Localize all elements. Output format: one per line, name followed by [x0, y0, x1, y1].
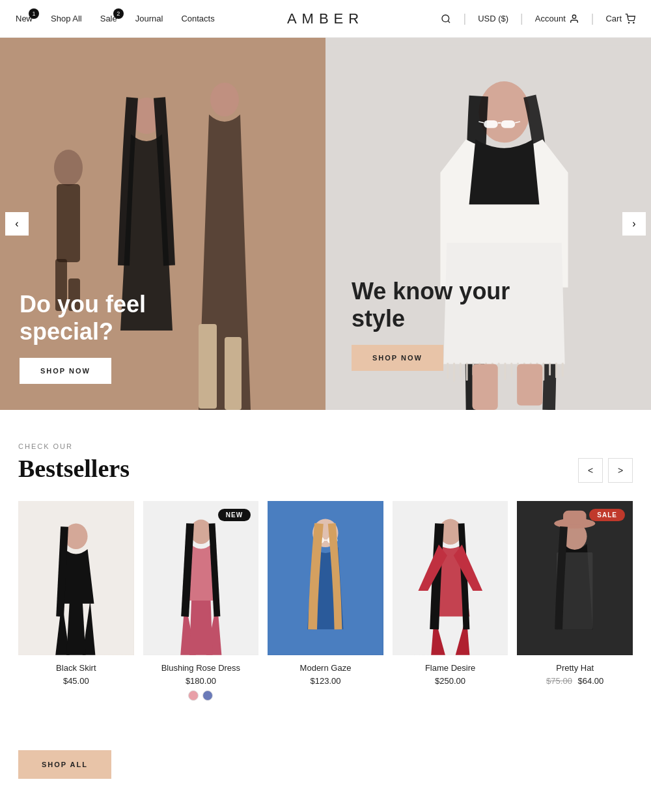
cart-button[interactable]: Cart	[605, 14, 635, 24]
product-card-5[interactable]: SALE	[517, 501, 633, 701]
separator-3: |	[591, 12, 594, 25]
product-price-sale-5: $64.00	[577, 676, 603, 686]
new-badge: 1	[29, 8, 39, 19]
hero-right-shop-button[interactable]: SHOP NOW	[352, 345, 443, 371]
product-figure-2	[143, 501, 259, 655]
swatch-blue[interactable]	[202, 690, 213, 701]
svg-rect-38	[501, 120, 516, 128]
product-price-1: $45.00	[18, 676, 134, 686]
carousel-prev-button[interactable]: <	[578, 458, 603, 483]
site-logo[interactable]: AMBER	[287, 10, 364, 27]
product-name-3: Modern Gaze	[268, 663, 383, 673]
carousel-controls: < >	[578, 458, 633, 483]
separator-1: |	[463, 12, 466, 25]
color-swatches-2	[143, 690, 259, 701]
product-image-5: SALE	[517, 501, 633, 655]
product-badge-5: SALE	[589, 509, 625, 521]
product-figure-5	[517, 501, 633, 655]
product-grid: Black Skirt $45.00 NEW	[18, 501, 633, 701]
product-image-2: NEW	[143, 501, 259, 655]
hero-right-panel: We know your style SHOP NOW	[326, 38, 651, 410]
currency-selector[interactable]: USD ($)	[478, 14, 508, 23]
product-price-3: $123.00	[268, 676, 383, 686]
header: New 1 Shop All Sale 2 Journal Contacts A…	[0, 0, 651, 38]
product-name-4: Flame Desire	[393, 663, 508, 673]
product-image-1	[18, 501, 134, 655]
hero-left-panel: Do you feel special? SHOP NOW	[0, 38, 326, 410]
hero-left-shop-button[interactable]: SHOP NOW	[20, 358, 111, 384]
product-card-3[interactable]: Modern Gaze $123.00	[268, 501, 383, 701]
svg-rect-34	[562, 362, 564, 377]
product-card-4[interactable]: Flame Desire $250.00	[393, 501, 508, 701]
section-heading: CHECK OUR Bestsellers	[18, 442, 130, 483]
product-price-5: $75.00 $64.00	[517, 676, 633, 686]
sale-badge: 2	[113, 8, 124, 19]
nav-item-journal[interactable]: Journal	[135, 14, 163, 23]
section-title: Bestsellers	[18, 454, 130, 483]
separator-2: |	[520, 12, 523, 25]
svg-point-6	[54, 150, 83, 186]
product-card-2[interactable]: NEW Blushing Rose Dress $180.00	[143, 501, 259, 701]
hero-next-button[interactable]: ›	[622, 212, 646, 236]
swatch-pink[interactable]	[188, 690, 199, 701]
svg-point-3	[628, 22, 629, 23]
nav-item-shopall[interactable]: Shop All	[51, 14, 82, 23]
user-icon	[569, 14, 579, 24]
hero-right-content: We know your style SHOP NOW	[352, 278, 521, 371]
svg-rect-37	[484, 120, 498, 128]
svg-point-2	[572, 15, 575, 18]
shop-all-wrap: SHOP ALL	[0, 750, 651, 779]
hero-right-title: We know your style	[352, 278, 521, 332]
svg-rect-36	[517, 364, 542, 405]
svg-rect-56	[563, 511, 587, 525]
search-icon	[441, 14, 451, 24]
bestsellers-section: CHECK OUR Bestsellers < >	[0, 410, 651, 727]
svg-rect-13	[225, 337, 242, 410]
svg-line-1	[449, 21, 450, 23]
nav-item-sale[interactable]: Sale 2	[100, 14, 117, 23]
product-figure-1	[18, 501, 134, 655]
account-button[interactable]: Account	[535, 14, 579, 24]
svg-point-0	[442, 15, 449, 22]
svg-rect-12	[199, 324, 217, 409]
product-price-4: $250.00	[393, 676, 508, 686]
svg-rect-32	[549, 362, 551, 375]
svg-rect-35	[472, 364, 497, 410]
svg-point-11	[210, 83, 239, 116]
hero-left-title: Do you feel special?	[20, 291, 189, 345]
product-name-5: Pretty Hat	[517, 663, 633, 673]
section-label: CHECK OUR	[18, 442, 130, 450]
svg-rect-7	[57, 184, 80, 262]
product-image-4	[393, 501, 508, 655]
svg-rect-31	[542, 362, 544, 380]
hero-section: ‹	[0, 38, 651, 410]
cart-icon	[625, 14, 635, 24]
product-image-3	[268, 501, 383, 655]
product-price-2: $180.00	[143, 676, 259, 686]
nav-item-contacts[interactable]: Contacts	[181, 14, 214, 23]
svg-rect-33	[555, 362, 557, 378]
product-card-1[interactable]: Black Skirt $45.00	[18, 501, 134, 701]
product-figure-4	[393, 501, 508, 655]
svg-point-4	[633, 22, 634, 23]
product-name-2: Blushing Rose Dress	[143, 663, 259, 673]
hero-prev-button[interactable]: ‹	[5, 212, 29, 236]
nav-item-new[interactable]: New 1	[16, 14, 33, 23]
product-name-1: Black Skirt	[18, 663, 134, 673]
hero-left-content: Do you feel special? SHOP NOW	[20, 291, 189, 384]
product-figure-3	[268, 501, 383, 655]
nav-right: | USD ($) | Account | Cart	[441, 12, 635, 25]
product-badge-2: NEW	[218, 509, 251, 521]
shop-all-button[interactable]: SHOP ALL	[18, 750, 111, 779]
nav-left: New 1 Shop All Sale 2 Journal Contacts	[16, 14, 215, 23]
carousel-next-button[interactable]: >	[608, 458, 633, 483]
search-button[interactable]	[441, 14, 451, 24]
section-header: CHECK OUR Bestsellers < >	[18, 442, 633, 483]
product-price-orig-5: $75.00	[546, 676, 572, 686]
